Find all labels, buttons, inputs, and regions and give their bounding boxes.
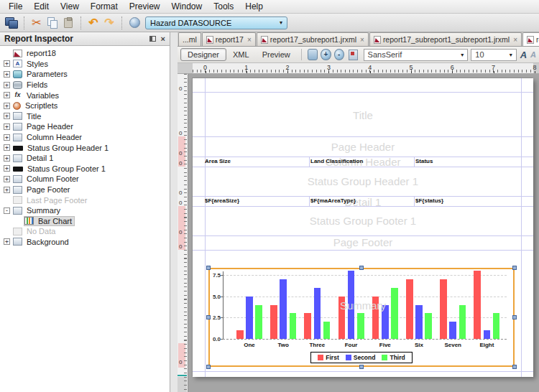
copy-button[interactable] <box>45 16 60 30</box>
redo-button[interactable]: ↷ <box>101 16 117 30</box>
expander-icon[interactable]: + <box>4 144 10 151</box>
bar-third-three <box>323 322 331 339</box>
field-text-element[interactable]: $F{status} <box>415 196 443 206</box>
save-all-button[interactable] <box>4 16 19 30</box>
menu-window[interactable]: Window <box>166 1 208 12</box>
tree-item-no-data[interactable]: No Data <box>0 226 170 237</box>
expander-icon[interactable]: + <box>4 103 10 109</box>
expander-icon[interactable]: + <box>4 92 10 98</box>
close-tab-icon[interactable]: × <box>513 36 517 44</box>
tree-item-parameters[interactable]: +Parameters <box>0 69 170 80</box>
tree-item-fields[interactable]: +Fields <box>0 80 170 90</box>
tree-item-page-footer[interactable]: +Page Footer <box>0 185 170 195</box>
menu-tools[interactable]: Tools <box>208 1 239 12</box>
expander-icon[interactable]: + <box>4 187 10 193</box>
chevron-down-icon: ▾ <box>280 19 282 26</box>
tree-item-styles[interactable]: +AStyles <box>0 59 170 70</box>
cut-icon: ✂ <box>32 17 41 29</box>
preview-view-button[interactable]: Preview <box>256 49 297 60</box>
increase-font-icon[interactable]: A <box>520 50 527 60</box>
field-text-element[interactable]: $F{areaSize} <box>205 196 239 206</box>
menu-preview[interactable]: Preview <box>124 1 166 12</box>
decrease-font-icon[interactable]: A <box>530 50 536 59</box>
tree-item-column-header[interactable]: +Column Header <box>0 132 170 143</box>
menu-help[interactable]: Help <box>239 1 269 12</box>
menu-format[interactable]: Format <box>85 1 124 12</box>
tree-item-variables[interactable]: +fxVariables <box>0 90 170 101</box>
datasource-select[interactable]: Hazard DATASOURCE ▾ <box>145 17 287 29</box>
selection-handle[interactable] <box>512 365 517 369</box>
xml-view-button[interactable]: XML <box>226 49 256 60</box>
expander-icon[interactable]: + <box>4 60 10 67</box>
report-file-icon <box>261 36 268 44</box>
tree-item-detail-1[interactable]: +Detail 1 <box>0 153 170 164</box>
selection-handle[interactable] <box>512 315 517 319</box>
zoom-fit-icon[interactable] <box>308 49 318 60</box>
run-datasource-button[interactable] <box>126 16 142 30</box>
tree-item-report18[interactable]: report18 <box>0 48 170 59</box>
cut-button[interactable]: ✂ <box>29 16 45 30</box>
tab-ml[interactable]: ...ml <box>178 32 201 46</box>
expander-icon[interactable]: + <box>4 134 10 141</box>
tree-item-scriptlets[interactable]: +Scriptlets <box>0 101 170 111</box>
tree-item-title[interactable]: +Title <box>0 111 170 122</box>
tab-report17[interactable]: report17× <box>202 32 256 46</box>
static-text-element[interactable]: Land Classification <box>310 157 363 167</box>
panel-splitter[interactable] <box>170 32 178 392</box>
tree-item-summary[interactable]: -Summary <box>0 205 170 216</box>
expander-icon[interactable]: + <box>4 155 10 162</box>
expander-icon[interactable]: + <box>4 113 10 119</box>
static-text-element[interactable]: Status <box>415 157 433 167</box>
redo-icon: ↷ <box>104 17 114 29</box>
close-tab-icon[interactable]: × <box>360 36 364 44</box>
expander-icon[interactable]: + <box>4 82 10 88</box>
paste-button[interactable] <box>60 16 76 30</box>
tree-item-page-header[interactable]: +Page Header <box>0 121 170 132</box>
tree-item-last-page-footer[interactable]: Last Page Footer <box>0 195 170 205</box>
selection-handle[interactable] <box>206 266 211 270</box>
tree-item-label: Last Page Footer <box>26 196 87 205</box>
selection-handle[interactable] <box>359 266 364 270</box>
font-family-select[interactable]: SansSerif ▾ <box>364 49 469 61</box>
tree-item-status-group-footer-1[interactable]: +Status Group Footer 1 <box>0 164 170 174</box>
expander-icon[interactable]: - <box>4 207 10 214</box>
tree-item-status-group-header-1[interactable]: +Status Group Header 1 <box>0 142 170 153</box>
expander-icon[interactable]: + <box>4 165 10 172</box>
tree-item-bar-chart[interactable]: Bar Chart <box>0 216 170 227</box>
format-tools-icon[interactable] <box>349 50 358 60</box>
legend-swatch <box>382 355 387 360</box>
tab-report17-subreport1-jrxml[interactable]: report17_subreport1.jrxml× <box>257 32 369 46</box>
zoom-out-icon[interactable]: - <box>334 49 344 60</box>
menu-edit[interactable]: Edit <box>28 1 55 12</box>
static-text-element[interactable]: Area Size <box>205 157 231 167</box>
legend-label: Third <box>390 354 405 361</box>
zoom-in-icon[interactable]: + <box>321 49 331 60</box>
ruler-number: 0 <box>179 359 182 365</box>
expander-icon[interactable]: + <box>4 123 10 130</box>
menu-view[interactable]: View <box>55 1 85 12</box>
close-panel-icon[interactable]: × <box>161 35 165 43</box>
chart-baseline <box>223 339 507 340</box>
tree-item-column-footer[interactable]: +Column Footer <box>0 174 170 185</box>
close-tab-icon[interactable]: × <box>247 36 252 44</box>
font-size-select[interactable]: 10 ▾ <box>471 49 516 61</box>
expander-icon[interactable]: + <box>4 176 10 182</box>
bar-third-four <box>357 313 364 339</box>
field-text-element[interactable]: $F{maAreaType} <box>310 196 356 206</box>
menu-file[interactable]: File <box>3 1 28 12</box>
tab-label: report17 <box>216 35 244 44</box>
selection-handle[interactable] <box>206 365 211 369</box>
expander-icon[interactable]: + <box>4 71 10 78</box>
undo-button[interactable]: ↶ <box>86 16 101 30</box>
selection-handle[interactable] <box>359 365 364 369</box>
tab-re[interactable]: re <box>522 32 539 46</box>
selection-handle[interactable] <box>512 266 517 270</box>
bar-chart[interactable]: 0.02.55.07.5OneTwoThreeFourFiveSixSevenE… <box>208 268 515 367</box>
minimize-window-icon[interactable] <box>149 36 156 42</box>
expander-icon[interactable]: + <box>4 238 10 245</box>
tab-report17-subreport1-subreport1-jrxml[interactable]: report17_subreport1_subreport1.jrxml× <box>369 32 522 46</box>
tree-item-background[interactable]: +Background <box>0 237 170 248</box>
designer-view-button[interactable]: Designer <box>180 48 226 61</box>
run-datasource-icon <box>129 17 140 28</box>
selection-handle[interactable] <box>206 315 211 319</box>
